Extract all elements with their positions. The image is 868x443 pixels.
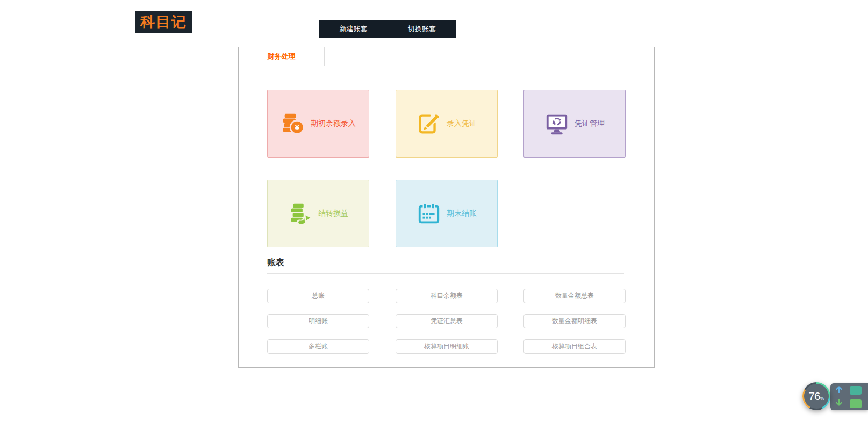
score-badge-face: 76 % (804, 384, 829, 409)
card-voucher-management[interactable]: 凭证管理 (523, 90, 626, 158)
report-button-multi-column-ledger[interactable]: 多栏账 (267, 339, 369, 354)
app-logo: 科目记 (135, 11, 192, 33)
score-badge[interactable]: 76 % (802, 382, 830, 410)
report-button-detail-ledger[interactable]: 明细账 (267, 314, 369, 328)
card-label: 凭证管理 (575, 119, 605, 128)
tab-bar: 财务处理 (239, 47, 654, 66)
svg-text:¥: ¥ (295, 123, 299, 132)
report-button-qty-amount-detail[interactable]: 数量金额明细表 (523, 314, 626, 328)
top-navigation: 新建账套 切换账套 (319, 20, 456, 38)
reports-divider (267, 273, 624, 274)
card-carry-forward-profit-loss[interactable]: 结转损益 (267, 180, 369, 247)
down-arrow-icon (836, 399, 842, 409)
logo-text: 科目记 (140, 12, 187, 32)
new-account-set-button[interactable]: 新建账套 (319, 20, 388, 38)
report-button-qty-amount-summary[interactable]: 数量金额总表 (523, 289, 626, 303)
switch-account-set-button[interactable]: 切换账套 (388, 20, 456, 38)
up-arrow-icon (836, 385, 842, 395)
report-button-account-balance[interactable]: 科目余额表 (396, 289, 498, 303)
card-opening-balance-entry[interactable]: ¥ 期初余额录入 (267, 90, 369, 158)
report-button-voucher-summary[interactable]: 凭证汇总表 (396, 314, 498, 328)
score-unit: % (820, 396, 824, 401)
report-button-item-detail-ledger[interactable]: 核算项目明细账 (396, 339, 498, 354)
card-label: 结转损益 (318, 209, 348, 218)
score-widget-panel (830, 383, 868, 410)
score-value: 76 (808, 390, 820, 403)
main-panel: 财务处理 ¥ 期初余额录入 (238, 47, 655, 368)
card-label: 期末结账 (447, 209, 477, 218)
card-period-end-closing[interactable]: 期末结账 (396, 180, 498, 247)
coins-yen-icon: ¥ (281, 111, 305, 136)
tab-financial-processing[interactable]: 财务处理 (239, 47, 325, 66)
report-button-general-ledger[interactable]: 总账 (267, 289, 369, 303)
calendar-icon (417, 201, 441, 226)
reports-section-title: 账表 (267, 257, 284, 268)
score-widget-row-down[interactable] (830, 397, 868, 410)
card-label: 期初余额录入 (311, 119, 356, 128)
page: 科目记 新建账套 切换账套 财务处理 ¥ (0, 0, 868, 443)
report-button-item-combination[interactable]: 核算项目组合表 (523, 339, 626, 354)
monitor-sync-icon (544, 111, 569, 136)
card-voucher-entry[interactable]: 录入凭证 (396, 90, 498, 158)
score-widget-row-up[interactable] (830, 383, 868, 397)
compose-icon (417, 111, 441, 136)
metric-box-icon (850, 399, 862, 408)
metric-box-icon (850, 386, 862, 395)
coins-arrow-icon (288, 201, 313, 226)
card-label: 录入凭证 (447, 119, 477, 128)
